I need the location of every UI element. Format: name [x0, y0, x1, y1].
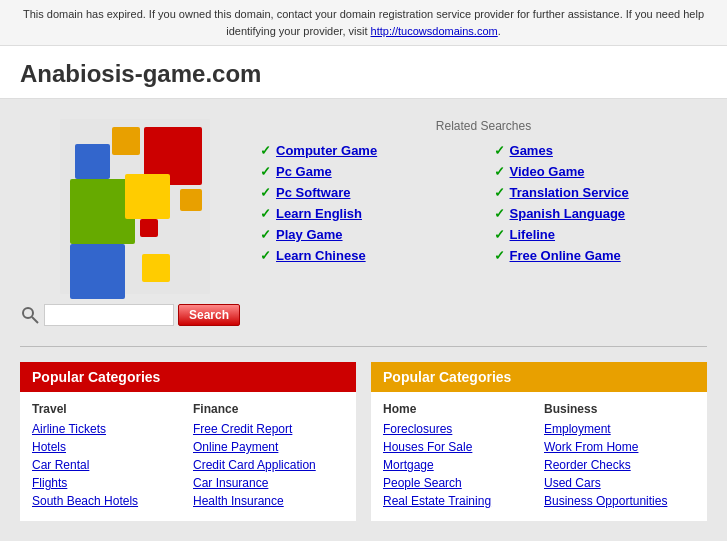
category-box-right: Popular Categories HomeForeclosuresHouse…	[371, 362, 707, 521]
check-icon: ✓	[260, 227, 271, 242]
category-link[interactable]: South Beach Hotels	[32, 494, 138, 508]
category-link[interactable]: Real Estate Training	[383, 494, 491, 508]
category-link[interactable]: Used Cars	[544, 476, 601, 490]
category-content-left: TravelAirline TicketsHotelsCar RentalFli…	[20, 392, 356, 521]
search-link-item: ✓Pc Game	[260, 164, 473, 179]
list-item: South Beach Hotels	[32, 493, 183, 508]
search-link[interactable]: Pc Game	[276, 164, 332, 179]
list-item: Credit Card Application	[193, 457, 344, 472]
check-icon: ✓	[260, 206, 271, 221]
list-item: People Search	[383, 475, 534, 490]
check-icon: ✓	[260, 143, 271, 158]
list-item: Reorder Checks	[544, 457, 695, 472]
category-link[interactable]: Car Insurance	[193, 476, 268, 490]
category-link[interactable]: Credit Card Application	[193, 458, 316, 472]
category-link[interactable]: Business Opportunities	[544, 494, 667, 508]
category-header-left: Popular Categories	[20, 362, 356, 392]
search-link-item: ✓Pc Software	[260, 185, 473, 200]
search-input[interactable]	[44, 304, 174, 326]
search-link[interactable]: Learn English	[276, 206, 362, 221]
category-header-right: Popular Categories	[371, 362, 707, 392]
list-item: Car Insurance	[193, 475, 344, 490]
check-icon: ✓	[260, 164, 271, 179]
search-link[interactable]: Games	[510, 143, 553, 158]
list-item: Health Insurance	[193, 493, 344, 508]
category-content-right: HomeForeclosuresHouses For SaleMortgageP…	[371, 392, 707, 521]
svg-point-0	[23, 308, 33, 318]
category-link[interactable]: Employment	[544, 422, 611, 436]
category-link[interactable]: Houses For Sale	[383, 440, 472, 454]
related-searches: Related Searches ✓Computer Game✓Games✓Pc…	[260, 119, 707, 263]
check-icon: ✓	[494, 164, 505, 179]
search-link-item: ✓Lifeline	[494, 227, 707, 242]
category-link[interactable]: Mortgage	[383, 458, 434, 472]
list-item: Real Estate Training	[383, 493, 534, 508]
cat-column: TravelAirline TicketsHotelsCar RentalFli…	[32, 402, 183, 511]
category-link[interactable]: Car Rental	[32, 458, 89, 472]
notice-text: This domain has expired. If you owned th…	[23, 8, 704, 37]
category-link[interactable]: People Search	[383, 476, 462, 490]
cat-column-title: Home	[383, 402, 534, 416]
list-item: Business Opportunities	[544, 493, 695, 508]
list-item: Mortgage	[383, 457, 534, 472]
category-link[interactable]: Reorder Checks	[544, 458, 631, 472]
search-links-grid: ✓Computer Game✓Games✓Pc Game✓Video Game✓…	[260, 143, 707, 263]
list-item: Airline Tickets	[32, 421, 183, 436]
search-link-item: ✓Translation Service	[494, 185, 707, 200]
divider	[20, 346, 707, 347]
notice-link[interactable]: http://tucowsdomains.com	[371, 25, 498, 37]
check-icon: ✓	[494, 227, 505, 242]
search-link-item: ✓Learn Chinese	[260, 248, 473, 263]
related-label: Related Searches	[260, 119, 707, 133]
search-link[interactable]: Video Game	[510, 164, 585, 179]
list-item: Used Cars	[544, 475, 695, 490]
category-link[interactable]: Airline Tickets	[32, 422, 106, 436]
search-link[interactable]: Learn Chinese	[276, 248, 366, 263]
svg-line-1	[32, 317, 38, 323]
category-link[interactable]: Work From Home	[544, 440, 638, 454]
list-item: Online Payment	[193, 439, 344, 454]
check-icon: ✓	[260, 185, 271, 200]
cat-column: FinanceFree Credit ReportOnline PaymentC…	[193, 402, 344, 511]
check-icon: ✓	[494, 143, 505, 158]
search-link[interactable]: Computer Game	[276, 143, 377, 158]
search-link[interactable]: Spanish Language	[510, 206, 626, 221]
search-button[interactable]: Search	[178, 304, 240, 326]
search-bar: Search	[20, 304, 240, 326]
search-link[interactable]: Pc Software	[276, 185, 350, 200]
category-link[interactable]: Hotels	[32, 440, 66, 454]
list-item: Work From Home	[544, 439, 695, 454]
check-icon: ✓	[494, 248, 505, 263]
list-item: Houses For Sale	[383, 439, 534, 454]
check-icon: ✓	[494, 206, 505, 221]
cat-column: HomeForeclosuresHouses For SaleMortgageP…	[383, 402, 534, 511]
category-link[interactable]: Health Insurance	[193, 494, 284, 508]
category-link[interactable]: Flights	[32, 476, 67, 490]
category-box-left: Popular Categories TravelAirline Tickets…	[20, 362, 356, 521]
list-item: Foreclosures	[383, 421, 534, 436]
category-link[interactable]: Online Payment	[193, 440, 278, 454]
search-link[interactable]: Lifeline	[510, 227, 556, 242]
search-link-item: ✓Learn English	[260, 206, 473, 221]
cat-column: BusinessEmploymentWork From HomeReorder …	[544, 402, 695, 511]
search-link[interactable]: Play Game	[276, 227, 343, 242]
top-section: Search Related Searches ✓Computer Game✓G…	[20, 119, 707, 326]
search-link-item: ✓Computer Game	[260, 143, 473, 158]
search-link[interactable]: Free Online Game	[510, 248, 621, 263]
search-link[interactable]: Translation Service	[510, 185, 629, 200]
logo-blocks	[50, 119, 210, 294]
check-icon: ✓	[260, 248, 271, 263]
list-item: Hotels	[32, 439, 183, 454]
search-link-item: ✓Free Online Game	[494, 248, 707, 263]
search-link-item: ✓Play Game	[260, 227, 473, 242]
category-link[interactable]: Free Credit Report	[193, 422, 292, 436]
categories-section: Popular Categories TravelAirline Tickets…	[20, 362, 707, 521]
search-icon	[20, 305, 40, 325]
search-link-item: ✓Spanish Language	[494, 206, 707, 221]
search-link-item: ✓Video Game	[494, 164, 707, 179]
category-link[interactable]: Foreclosures	[383, 422, 452, 436]
list-item: Free Credit Report	[193, 421, 344, 436]
logo-area: Search	[20, 119, 240, 326]
search-link-item: ✓Games	[494, 143, 707, 158]
domain-title: Anabiosis-game.com	[0, 46, 727, 99]
